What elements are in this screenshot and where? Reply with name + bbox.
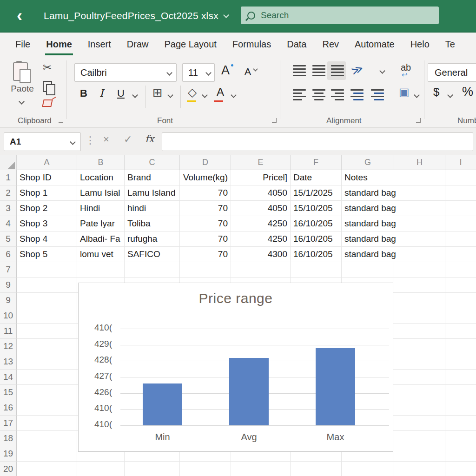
cell-F2[interactable]: 15/1/2025 — [291, 185, 342, 201]
cell-A15[interactable] — [17, 385, 77, 400]
cell-H13[interactable] — [394, 354, 445, 370]
row-header-4[interactable]: 4 — [0, 216, 17, 231]
row-header-13[interactable]: 13 — [0, 354, 17, 370]
align-right-icon[interactable] — [331, 89, 344, 100]
search-input[interactable]: Search — [241, 7, 439, 24]
cell-B1[interactable]: Location — [77, 170, 125, 185]
column-header-C[interactable]: C — [125, 155, 180, 170]
cell-B6[interactable]: lomu vet — [77, 247, 125, 262]
borders-icon[interactable]: ⊞ — [152, 86, 163, 100]
cell-H11[interactable] — [394, 324, 445, 339]
row-header-17[interactable]: 17 — [0, 416, 17, 431]
cell-I11[interactable] — [445, 324, 476, 339]
cell-H5[interactable] — [394, 231, 445, 247]
cell-A6[interactable]: Shop 5 — [17, 247, 77, 262]
row-header-19[interactable]: 19 — [0, 446, 17, 462]
cell-B7[interactable] — [77, 262, 125, 278]
percent-button[interactable]: % — [462, 85, 473, 99]
tab-te[interactable]: Te — [437, 33, 463, 57]
row-header-7[interactable]: 7 — [0, 262, 17, 278]
merge-center-icon[interactable]: ▣ — [399, 86, 410, 99]
cell-G5[interactable]: standard bag — [342, 231, 394, 247]
paste-chevron-down-icon[interactable] — [19, 99, 25, 105]
cell-I3[interactable] — [445, 201, 476, 216]
insert-function-button[interactable]: fx — [145, 133, 154, 145]
select-all-button[interactable] — [0, 155, 17, 170]
cell-A9[interactable] — [17, 293, 77, 308]
row-header-12[interactable]: 12 — [0, 339, 17, 354]
column-header-B[interactable]: B — [77, 155, 125, 170]
cell-F4[interactable]: 16/10/205 — [291, 216, 342, 231]
cell-D7[interactable] — [180, 262, 231, 278]
cell-D3[interactable]: 70 — [180, 201, 231, 216]
cell-D20[interactable] — [180, 462, 231, 476]
cell-H17[interactable] — [394, 416, 445, 431]
font-name-select[interactable]: Cailbri — [74, 63, 177, 82]
cell-A2[interactable]: Shop 1 — [17, 185, 77, 201]
cell-H16[interactable] — [394, 400, 445, 416]
borders-chevron-down-icon[interactable] — [167, 92, 173, 98]
bar-avg[interactable] — [229, 358, 269, 425]
filename-chevron-down-icon[interactable] — [223, 12, 229, 18]
cell-H3[interactable] — [394, 201, 445, 216]
italic-button[interactable]: I — [99, 87, 104, 99]
cell-I17[interactable] — [445, 416, 476, 431]
cell-I6[interactable] — [445, 247, 476, 262]
cell-E5[interactable]: 4250 — [231, 231, 291, 247]
cell-H18[interactable] — [394, 431, 445, 446]
cell-A5[interactable]: Shop 4 — [17, 231, 77, 247]
cell-H2[interactable] — [394, 185, 445, 201]
tab-formulas[interactable]: Formulas — [225, 33, 279, 57]
cell-A16[interactable] — [17, 400, 77, 416]
cell-A20[interactable] — [17, 462, 77, 476]
column-header-D[interactable]: D — [180, 155, 231, 170]
align-middle-icon[interactable] — [312, 65, 325, 76]
cell-F6[interactable]: 16/10/205 — [291, 247, 342, 262]
cell-A11[interactable] — [17, 324, 77, 339]
cell-I20[interactable] — [445, 462, 476, 476]
column-header-I[interactable]: I — [445, 155, 476, 170]
cell-I1[interactable] — [445, 170, 476, 185]
cell-A9[interactable] — [17, 278, 77, 293]
align-top-icon[interactable] — [293, 65, 306, 76]
increase-indent-icon[interactable] — [350, 89, 364, 100]
decrease-indent-icon[interactable] — [371, 89, 384, 100]
cell-D2[interactable]: 70 — [180, 185, 231, 201]
cell-F5[interactable]: 16/10/205 — [291, 231, 342, 247]
row-header-9[interactable]: 9 — [0, 293, 17, 308]
grow-font-button[interactable]: A — [221, 63, 230, 78]
cell-B3[interactable]: Hindi — [77, 201, 125, 216]
tab-insert[interactable]: Insert — [80, 33, 119, 57]
tab-page-layout[interactable]: Page Layout — [157, 33, 225, 57]
cell-E4[interactable]: 4250 — [231, 216, 291, 231]
cell-H1[interactable] — [394, 170, 445, 185]
row-header-1[interactable]: 1 — [0, 170, 17, 185]
tab-rev[interactable]: Rev — [314, 33, 347, 57]
cell-A4[interactable]: Shop 3 — [17, 216, 77, 231]
cell-H10[interactable] — [394, 308, 445, 324]
tab-home[interactable]: Home — [38, 33, 80, 57]
cell-A19[interactable] — [17, 446, 77, 462]
align-left-icon[interactable] — [293, 89, 306, 100]
cell-G7[interactable] — [342, 262, 394, 278]
name-box[interactable]: A1 — [4, 132, 81, 151]
cell-I16[interactable] — [445, 400, 476, 416]
cell-F3[interactable]: 15/10/205 — [291, 201, 342, 216]
cell-I5[interactable] — [445, 231, 476, 247]
cell-F7[interactable] — [291, 262, 342, 278]
cell-H9[interactable] — [394, 293, 445, 308]
cell-C20[interactable] — [125, 462, 180, 476]
formula-input[interactable] — [162, 132, 473, 151]
cell-D6[interactable]: 70 — [180, 247, 231, 262]
currency-chevron-down-icon[interactable] — [447, 92, 453, 98]
row-header-20[interactable]: 20 — [0, 462, 17, 476]
bar-max[interactable] — [316, 348, 355, 425]
row-header-10[interactable]: 10 — [0, 308, 17, 324]
cell-I10[interactable] — [445, 308, 476, 324]
row-header-14[interactable]: 14 — [0, 370, 17, 385]
cell-A3[interactable]: Shop 2 — [17, 201, 77, 216]
cut-icon[interactable]: ✂ — [43, 61, 52, 74]
paste-button[interactable]: Paote — [8, 84, 36, 94]
cell-B5[interactable]: Albadi- Fa — [77, 231, 125, 247]
row-header-6[interactable]: 6 — [0, 247, 17, 262]
